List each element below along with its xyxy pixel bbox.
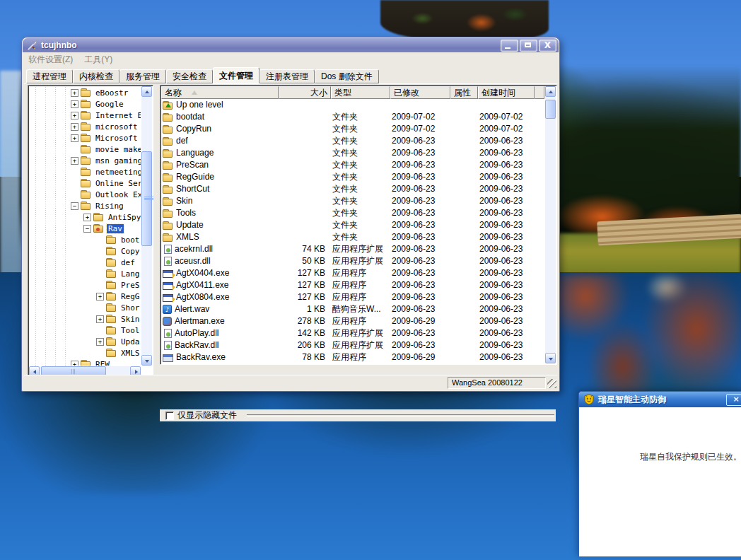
show-hidden-checkbox[interactable] [165, 412, 174, 420]
tab-服务管理[interactable]: 服务管理 [119, 69, 166, 83]
close-button[interactable]: X [539, 40, 556, 52]
folder-icon [81, 156, 91, 165]
tab-文件管理[interactable]: 文件管理 [213, 67, 259, 83]
tree-item-Tool[interactable]: Tool [30, 325, 141, 336]
tab-内核检查[interactable]: 内核检查 [73, 69, 119, 83]
tree-item-Copy[interactable]: Copy [30, 245, 141, 257]
maximize-button[interactable] [520, 40, 537, 52]
file-row-bootdat[interactable]: bootdat文件夹2009-07-022009-07-02 [161, 111, 544, 123]
column-header-创建时间[interactable]: 创建时间 [478, 86, 535, 99]
tree-item-movie maker[interactable]: movie maker [30, 144, 141, 155]
tree-item-Google[interactable]: +Google [30, 98, 141, 110]
file-modified: 2009-06-29 [390, 315, 450, 327]
file-row-acekrnl.dll[interactable]: acekrnl.dll74 KB应用程序扩展2009-06-232009-06-… [161, 243, 544, 255]
tree-scroll-down-button[interactable] [141, 355, 152, 366]
tree-item-label: AntiSpyw [107, 213, 141, 222]
tree-item-Rav[interactable]: −Rav [30, 223, 141, 234]
file-row-PreScan[interactable]: PreScan文件夹2009-06-232009-06-23 [161, 159, 544, 171]
file-modified: 2009-07-02 [390, 123, 450, 135]
file-row-Skin[interactable]: Skin文件夹2009-06-232009-06-23 [161, 195, 544, 207]
menu-tools[interactable]: 工具(Y) [84, 54, 112, 66]
collapse-minus-icon[interactable]: − [83, 225, 91, 233]
tree-item-Microsoft S[interactable]: +Microsoft S [30, 132, 141, 144]
tree-item-PreS[interactable]: PreS [30, 279, 141, 291]
tree-item-netmeeting[interactable]: netmeeting [30, 166, 141, 177]
expand-plus-icon[interactable]: + [96, 315, 104, 323]
expand-plus-icon[interactable]: + [71, 123, 78, 131]
expand-plus-icon[interactable]: + [83, 214, 91, 221]
tree-item-Online Serv[interactable]: Online Serv [30, 177, 141, 189]
list-vscroll-thumb[interactable] [545, 100, 556, 119]
tree-item-boot[interactable]: boot [30, 234, 141, 245]
tree-item-XMLS[interactable]: XMLS [30, 347, 141, 358]
expand-plus-icon[interactable]: + [96, 338, 104, 346]
minimize-button[interactable] [501, 40, 518, 52]
expand-plus-icon[interactable]: + [71, 112, 78, 119]
tree-item-AntiSpyw[interactable]: +AntiSpyw [30, 211, 141, 223]
file-row-Language[interactable]: Language文件夹2009-06-232009-06-23 [161, 147, 544, 159]
tree-item-Skin[interactable]: +Skin [30, 313, 141, 325]
expand-plus-icon[interactable]: + [71, 157, 78, 165]
expand-plus-icon[interactable]: + [71, 100, 78, 108]
tree-vscroll-thumb[interactable] [141, 151, 152, 246]
expand-plus-icon[interactable]: + [71, 89, 78, 97]
tab-安全检查[interactable]: 安全检查 [166, 69, 213, 83]
tree-vertical-scrollbar[interactable] [141, 86, 152, 366]
expand-plus-icon[interactable]: + [96, 293, 104, 301]
list-vertical-scrollbar[interactable] [545, 86, 556, 363]
file-row-Update[interactable]: Update文件夹2009-06-232009-06-23 [161, 219, 544, 231]
tree-item-microsoft f[interactable]: +microsoft f [30, 121, 141, 132]
file-row-Alertman.exe[interactable]: Alertman.exe278 KB应用程序2009-06-292009-06-… [161, 315, 544, 327]
folder-icon [81, 167, 91, 177]
tab-Dos 删除文件[interactable]: Dos 删除文件 [315, 69, 379, 83]
minimize-icon [505, 47, 510, 49]
column-header-属性[interactable]: 属性 [450, 86, 478, 99]
expand-plus-icon[interactable]: + [71, 361, 78, 366]
popup-close-button[interactable]: × [726, 394, 741, 406]
list-scroll-down-button[interactable] [545, 353, 556, 363]
file-row-aceusr.dll[interactable]: aceusr.dll50 KB应用程序扩展2009-06-232009-06-2… [161, 255, 544, 267]
folder-icon [106, 269, 117, 279]
list-scroll-up-button[interactable] [545, 86, 556, 97]
file-row-AgtX0404.exe[interactable]: AgtX0404.exe127 KB应用程序2009-06-232009-06-… [161, 267, 544, 279]
file-row-XMLS[interactable]: XMLS文件夹2009-06-232009-06-23 [161, 231, 544, 243]
tree-item-def[interactable]: def [30, 257, 141, 268]
file-row-Tools[interactable]: Tools文件夹2009-06-232009-06-23 [161, 207, 544, 219]
tree-item-Lang[interactable]: Lang [30, 268, 141, 279]
resize-grip[interactable] [547, 379, 556, 388]
tree-item-Outlook Exp[interactable]: Outlook Exp [30, 189, 141, 200]
file-row-CopyRun[interactable]: CopyRun文件夹2009-07-022009-07-02 [161, 123, 544, 135]
file-row-ShortCut[interactable]: ShortCut文件夹2009-06-232009-06-23 [161, 183, 544, 195]
file-row-RegGuide[interactable]: RegGuide文件夹2009-06-232009-06-23 [161, 171, 544, 183]
tree-item-eBoostr[interactable]: +eBoostr [30, 87, 141, 98]
tree-item-Rising[interactable]: −Rising [30, 200, 141, 211]
column-header-名称[interactable]: 名称 [161, 86, 279, 99]
tree-item-RegG[interactable]: +RegG [30, 291, 141, 302]
file-row-def[interactable]: def文件夹2009-06-232009-06-23 [161, 135, 544, 147]
column-header-已修改[interactable]: 已修改 [390, 86, 450, 99]
column-header-类型[interactable]: 类型 [331, 86, 390, 99]
file-row-AgtX0804.exe[interactable]: AgtX0804.exe127 KB应用程序2009-06-232009-06-… [161, 291, 544, 303]
file-row-Alert.wav[interactable]: Alert.wav1 KB酷狗音乐W...2009-06-232009-06-2… [161, 303, 544, 315]
tree-item-Shor[interactable]: Shor [30, 302, 141, 313]
column-header-大小[interactable]: 大小 [279, 86, 331, 99]
file-row-BackRav.exe[interactable]: BackRav.exe78 KB应用程序2009-06-292009-06-23 [161, 351, 544, 363]
expand-plus-icon[interactable]: + [71, 134, 78, 142]
file-row-AutoPlay.dll[interactable]: AutoPlay.dll142 KB应用程序扩展2009-06-232009-0… [161, 327, 544, 339]
tab-进程管理[interactable]: 进程管理 [26, 69, 73, 83]
tree-scroll-up-button[interactable] [141, 86, 152, 97]
row-filler [535, 279, 544, 291]
file-row-AgtX0411.exe[interactable]: AgtX0411.exe127 KB应用程序2009-06-232009-06-… [161, 279, 544, 291]
menu-software-settings[interactable]: 软件设置(Z) [28, 54, 73, 66]
tree-item-msn gaming[interactable]: +msn gaming [30, 155, 141, 166]
file-created: 2009-06-23 [478, 303, 535, 315]
tree-item-Upda[interactable]: +Upda [30, 336, 141, 347]
file-row-Up one level[interactable]: Up one level [161, 99, 544, 111]
popup-titlebar[interactable]: 瑞星智能主动防御 × [579, 392, 741, 407]
titlebar[interactable]: tcujhnbo X [23, 38, 559, 52]
collapse-minus-icon[interactable]: − [71, 202, 78, 210]
file-row-BackRav.dll[interactable]: BackRav.dll206 KB应用程序扩展2009-06-232009-06… [161, 339, 544, 351]
tree-item-RFW[interactable]: +RFW [30, 358, 141, 366]
tab-注册表管理[interactable]: 注册表管理 [259, 69, 315, 83]
tree-item-Internet Ex[interactable]: +Internet Ex [30, 110, 141, 121]
